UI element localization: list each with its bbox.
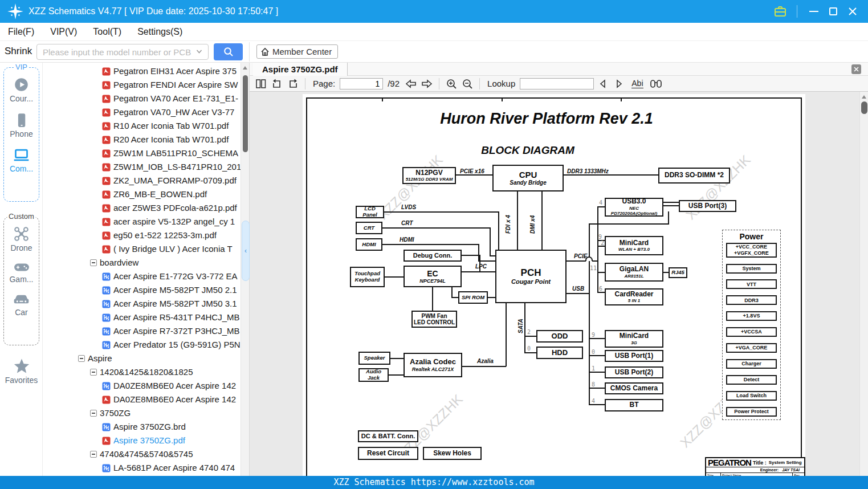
- tree-item[interactable]: Acer Aspire R7-372T P3HCJ_MB: [43, 324, 241, 338]
- sidebar-item-car[interactable]: Car: [4, 293, 39, 317]
- sidebar-item-favorites[interactable]: Favorites: [0, 358, 43, 385]
- tree-item[interactable]: ( Ivy Bridge ULV ) Acer Iconia T: [43, 242, 241, 256]
- pdf-page[interactable]: XZZ@XZZHK XZZ@XZZHK XZZ@XZZHK XZZ@XZZHK …: [303, 94, 805, 476]
- search-button[interactable]: [214, 43, 243, 60]
- toolbar-separator: [439, 78, 439, 89]
- sidebar-item-label: Com...: [10, 164, 33, 173]
- viewer-scrollbar-thumb[interactable]: [861, 101, 867, 114]
- box-title: LCD Panel: [357, 206, 383, 218]
- binoculars-search-icon[interactable]: [649, 77, 663, 91]
- boardview-file-icon: [102, 300, 111, 308]
- find-previous-button[interactable]: [596, 77, 610, 91]
- search-input[interactable]: [36, 44, 209, 60]
- box-title: Skew Holes: [433, 450, 471, 458]
- collapse-panel-handle[interactable]: ‹: [242, 221, 250, 281]
- tree-item[interactable]: 4740&4745&5740&5745: [43, 447, 241, 461]
- previous-page-button[interactable]: [404, 77, 418, 91]
- lookup-input[interactable]: [520, 78, 594, 89]
- tree-item[interactable]: ZK2_UMA_FORRAMP-0709.pdf: [43, 174, 241, 188]
- menu-settings[interactable]: Settings(S): [129, 27, 190, 37]
- wire-count-label: 9: [592, 332, 595, 338]
- sidebar-item-computer[interactable]: Com...: [4, 148, 39, 173]
- pdf-file-icon: [102, 149, 111, 158]
- minimize-button[interactable]: [804, 3, 824, 19]
- tab-aspire-3750zg-pdf[interactable]: Aspire 3750ZG.pdf: [253, 63, 348, 76]
- rotate-left-button[interactable]: [270, 77, 284, 91]
- tree-item[interactable]: DA0ZE8MB6E0 Acer Aspire 142: [43, 393, 241, 406]
- tree-item[interactable]: boardview: [43, 256, 241, 270]
- tree-item[interactable]: Pegatron EIH31 Acer Aspire 375: [43, 64, 241, 78]
- menu-tool[interactable]: Tool(T): [85, 27, 129, 37]
- tree-item[interactable]: ZR6_MB-E_BOWEN.pdf: [43, 188, 241, 201]
- tree-item-label: ZK2_UMA_FORRAMP-0709.pdf: [113, 174, 237, 188]
- sidebar-item-phone[interactable]: Phone: [4, 112, 39, 138]
- find-next-button[interactable]: [612, 77, 626, 91]
- two-page-view-button[interactable]: [254, 77, 268, 91]
- sidebar-item-drone[interactable]: Drone: [4, 226, 39, 252]
- tree-item[interactable]: R10 Acer Iconia Tab W701.pdf: [43, 119, 241, 133]
- shrink-button[interactable]: Shrink: [5, 46, 32, 57]
- sidebar-item-courses[interactable]: Cour...: [4, 77, 39, 103]
- tree-item-label: R10 Acer Iconia Tab W701.pdf: [113, 119, 229, 133]
- box-title: PCH: [521, 267, 541, 279]
- tree-item[interactable]: 3750ZG: [43, 406, 241, 420]
- tree-item[interactable]: Pegatron VA70 Acer E1-731_E1-: [43, 92, 241, 105]
- close-document-icon[interactable]: [851, 64, 861, 74]
- tree-item[interactable]: acer aspire V5-132P angel_cy 1: [43, 215, 241, 229]
- scroll-up-arrow-icon[interactable]: [243, 66, 247, 70]
- tree-item-label: 3750ZG: [100, 406, 131, 420]
- title-bar: XZZ Schematics V4.77 [ VIP Due date: 202…: [0, 0, 868, 23]
- viewer-canvas[interactable]: XZZ@XZZHK XZZ@XZZHK XZZ@XZZHK XZZ@XZZHK …: [250, 92, 868, 476]
- tree-item[interactable]: R20 Acer Iconia Tab W701.pdf: [43, 133, 241, 146]
- power-rail-box: Load Switch: [726, 391, 777, 401]
- tree-item[interactable]: eg50 e1-522 12253-3m.pdf: [43, 229, 241, 242]
- tree-item[interactable]: 1420&1425&1820&1825: [43, 365, 241, 379]
- tree-item[interactable]: Pegatron FENDI Acer Aspire SW: [43, 78, 241, 92]
- scroll-up-arrow-icon[interactable]: [862, 95, 866, 99]
- tree-item-label: Pegatron EIH31 Acer Aspire 375: [113, 64, 237, 78]
- collapse-minus-icon[interactable]: [90, 410, 97, 417]
- close-button[interactable]: [843, 3, 862, 19]
- match-case-toggle[interactable]: Abi: [631, 79, 643, 88]
- menu-file[interactable]: File(F): [0, 27, 42, 37]
- tree-item[interactable]: Pegatron VA70_HW Acer V3-77: [43, 105, 241, 119]
- pdf-file-icon: [102, 437, 111, 445]
- rotate-right-button[interactable]: [286, 77, 300, 91]
- tree-item[interactable]: DA0ZE8MB6E0 Acer Aspire 142: [43, 379, 241, 393]
- tree-scrollbar-thumb[interactable]: [243, 75, 248, 152]
- tree-item[interactable]: Z5W1M_IOB_LS-B471PR10_2014: [43, 160, 241, 174]
- tree-item[interactable]: Aspire 3750ZG.pdf: [43, 434, 241, 447]
- bus-label-lvds: LVDS: [401, 204, 416, 210]
- collapse-minus-icon[interactable]: [90, 259, 97, 266]
- bus-label-sata: SATA: [517, 319, 524, 333]
- vip-group-label: VIP: [14, 63, 29, 71]
- member-center-button[interactable]: Member Center: [256, 44, 338, 59]
- wire-count-label: 0: [592, 349, 595, 355]
- next-page-button[interactable]: [420, 77, 434, 91]
- tree-item[interactable]: Acer Aspire R5-431T P4HCJ_MB: [43, 311, 241, 324]
- diagram-box-reset-circuit: Reset Circuit: [358, 447, 418, 460]
- zoom-in-button[interactable]: [445, 77, 458, 91]
- toolbox-icon[interactable]: [771, 3, 790, 19]
- tree-item[interactable]: LA-5681P Acer Aspire 4740 474: [43, 461, 241, 475]
- page-number-input[interactable]: [340, 78, 383, 89]
- tree-item[interactable]: acer Z5WE3 PDFcola-a621p.pdf: [43, 201, 241, 215]
- menu-vip[interactable]: VIP(V): [42, 27, 85, 37]
- diagram-box-pwm-fan: PWM Fan LED CONTROL: [411, 311, 457, 328]
- box-title: GigaLAN: [620, 266, 649, 274]
- tree-item[interactable]: Acer Aspire M5-582PT JM50 2.1: [43, 283, 241, 297]
- collapse-minus-icon[interactable]: [90, 451, 97, 458]
- sidebar-item-game[interactable]: Gam...: [4, 262, 39, 284]
- tree-item[interactable]: Aspire: [43, 352, 241, 365]
- wire: [517, 191, 518, 250]
- tree-item[interactable]: Acer Aspire E1-772G V3-772 EA: [43, 270, 241, 283]
- viewer-scrollbar[interactable]: [859, 92, 868, 476]
- collapse-minus-icon[interactable]: [78, 355, 85, 362]
- tree-item[interactable]: Z5W1M LAB511PR10_SCHEMA: [43, 146, 241, 160]
- zoom-out-button[interactable]: [461, 77, 474, 91]
- tree-item[interactable]: Acer Predator 15 (G9-591G) P5N: [43, 338, 241, 352]
- collapse-minus-icon[interactable]: [90, 369, 97, 376]
- maximize-button[interactable]: [824, 3, 843, 19]
- tree-item[interactable]: Aspire 3750ZG.brd: [43, 420, 241, 434]
- tree-item[interactable]: Acer Aspire M5-582PT JM50 3.1: [43, 297, 241, 311]
